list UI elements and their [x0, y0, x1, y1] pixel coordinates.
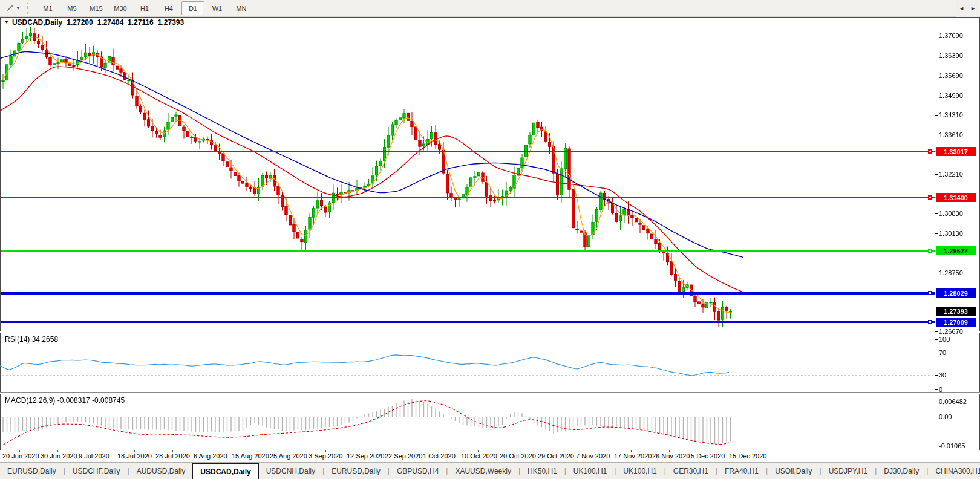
resistance-line-1-anchor-marker[interactable]	[928, 149, 932, 154]
date-tick-mark	[402, 450, 402, 452]
symbol-tab-china300-h1[interactable]: CHINA300,H1	[928, 463, 980, 479]
pane-divider-rsi[interactable]	[0, 331, 980, 333]
price-tick-mark	[935, 331, 938, 332]
chart-title-bar[interactable]: ▼ USDCAD,Daily 1.27200 1.27404 1.27116 1…	[1, 18, 979, 27]
symbol-tab-ger30-h1[interactable]: GER30,H1	[666, 463, 716, 479]
price-tick-label: 1.32210	[939, 171, 963, 178]
symbol-tab-uk100-h1[interactable]: UK100,H1	[566, 463, 614, 479]
timeframe-button-h4[interactable]: H4	[157, 1, 180, 15]
current-price-line	[1, 311, 935, 311]
price-tick-mark	[935, 115, 938, 116]
symbol-tab-gbpusd-h4[interactable]: GBPUSD,H4	[390, 463, 446, 479]
macd-tick-label: 0.006482	[939, 398, 967, 405]
support-line-green-price-label: 1.29527	[936, 246, 976, 255]
support-line-blue-1-price-label: 1.28029	[936, 288, 976, 298]
resistance-line-1[interactable]	[1, 151, 935, 152]
macd-tick-mark	[935, 446, 938, 446]
date-tick-mark	[593, 450, 593, 452]
date-label: 10 Oct 2020	[461, 452, 497, 460]
date-label: 25 Aug 2020	[270, 452, 307, 460]
date-tick-mark	[669, 450, 670, 452]
macd-tick-label: -0.01065	[939, 442, 965, 449]
rsi-indicator-label: RSI(14) 34.2658	[5, 335, 58, 344]
symbol-tab-eurusd-daily[interactable]: EURUSD,Daily	[0, 463, 64, 479]
date-label: 3 Sep 2020	[309, 452, 342, 460]
timeframe-button-w1[interactable]: W1	[206, 1, 229, 15]
date-label: 26 Nov 2020	[652, 452, 690, 460]
date-label: 20 Jun 2020	[2, 452, 39, 460]
symbol-tab-hk50-h1[interactable]: HK50,H1	[520, 463, 564, 479]
date-label: 1 Oct 2020	[423, 452, 456, 460]
ohlc-close: 1.27393	[158, 18, 184, 27]
date-label: 9 Jul 2020	[79, 452, 109, 460]
date-tick-mark	[555, 450, 555, 452]
macd-tick-label: 0.00	[939, 413, 952, 420]
date-tick-mark	[287, 450, 287, 452]
date-tick-mark	[631, 450, 632, 452]
price-tick-mark	[935, 56, 938, 56]
chevron-down-icon: ▼	[16, 5, 21, 11]
timeframe-button-m30[interactable]: M30	[109, 1, 132, 15]
symbol-tab-dj30-daily[interactable]: DJ30,Daily	[877, 463, 926, 479]
date-label: 30 Jun 2020	[41, 452, 77, 460]
pane-divider-macd[interactable]	[0, 392, 980, 394]
tab-scroll-right-icon[interactable]: ►	[967, 4, 979, 13]
price-tick-label: 1.26670	[939, 328, 963, 335]
collapse-icon[interactable]: ▼	[4, 19, 9, 25]
support-line-blue-2-anchor-marker[interactable]	[928, 320, 932, 324]
macd-tick-mark	[935, 417, 938, 417]
resistance-line-2-anchor-marker[interactable]	[928, 195, 932, 200]
timeframe-button-m1[interactable]: M1	[36, 1, 59, 15]
date-label: 15 Aug 2020	[232, 452, 269, 460]
timeframe-button-mn[interactable]: MN	[230, 1, 253, 15]
date-tick-mark	[172, 450, 173, 452]
rsi-tick-label: 100	[939, 336, 950, 343]
symbol-tab-usdcad-daily[interactable]: USDCAD,Daily	[192, 463, 258, 479]
macd-indicator-label: MACD(12,26,9) -0.008317 -0.008745	[5, 396, 125, 405]
symbol-tab-usdjpy-h1[interactable]: USDJPY,H1	[822, 463, 875, 479]
symbol-tab-usoil-daily[interactable]: USOil,Daily	[768, 463, 819, 479]
date-tick-mark	[57, 450, 58, 452]
price-tick-mark	[935, 76, 938, 76]
symbol-tab-usdchf-daily[interactable]: USDCHF,Daily	[65, 463, 128, 479]
timeframe-button-m15[interactable]: M15	[85, 1, 108, 15]
date-label: 18 Jul 2020	[117, 452, 152, 460]
support-line-blue-2[interactable]	[1, 321, 935, 323]
support-line-blue-1-anchor-marker[interactable]	[928, 291, 932, 295]
price-chart-canvas[interactable]	[0, 17, 980, 463]
symbol-tab-xauusd-weekly[interactable]: XAUUSD,Weekly	[448, 463, 518, 479]
symbol-tab-bar: EURUSD,Daily|USDCHF,Daily|AUDUSD,DailyUS…	[0, 462, 980, 479]
date-tick-mark	[517, 450, 517, 452]
rsi-tick-mark	[935, 375, 938, 376]
price-tick-mark	[935, 213, 938, 214]
toolbar-grip	[27, 3, 31, 14]
price-tick-label: 1.34310	[939, 111, 963, 119]
tab-scroll-left-icon[interactable]: ◄	[956, 4, 967, 13]
ohlc-open: 1.27200	[67, 18, 93, 27]
date-label: 15 Dec 2020	[729, 452, 766, 460]
support-line-blue-2-price-label: 1.27009	[936, 318, 976, 327]
date-label: 5 Dec 2020	[691, 452, 725, 460]
support-line-blue-1[interactable]	[1, 292, 935, 295]
symbol-tab-usdcnh-daily[interactable]: USDCNH,Daily	[259, 463, 322, 479]
date-tick-mark	[708, 450, 708, 452]
date-tick-mark	[746, 450, 746, 452]
symbol-tab-eurusd-daily[interactable]: EURUSD,Daily	[324, 463, 388, 479]
date-axis: 20 Jun 202030 Jun 20209 Jul 202018 Jul 2…	[0, 450, 980, 462]
date-tick-mark	[364, 450, 364, 452]
support-line-green-anchor-marker[interactable]	[928, 249, 932, 253]
symbol-tab-fra40-h1[interactable]: FRA40,H1	[717, 463, 766, 479]
symbol-tab-audusd-daily[interactable]: AUDUSD,Daily	[129, 463, 193, 479]
date-tick-mark	[134, 450, 135, 452]
timeframe-button-m5[interactable]: M5	[60, 1, 83, 15]
timeframe-button-d1[interactable]: D1	[181, 1, 204, 15]
timeframe-button-h1[interactable]: H1	[133, 1, 156, 15]
price-tick-mark	[935, 135, 938, 135]
date-label: 12 Sep 2020	[347, 452, 384, 460]
price-tick-label: 1.28750	[939, 269, 963, 276]
resistance-line-2[interactable]	[1, 197, 935, 198]
date-label: 28 Jul 2020	[155, 452, 190, 460]
annotation-tool-icon[interactable]: ▼	[4, 2, 22, 14]
symbol-tab-uk100-h1[interactable]: UK100,H1	[616, 463, 664, 479]
support-line-green[interactable]	[1, 250, 935, 252]
